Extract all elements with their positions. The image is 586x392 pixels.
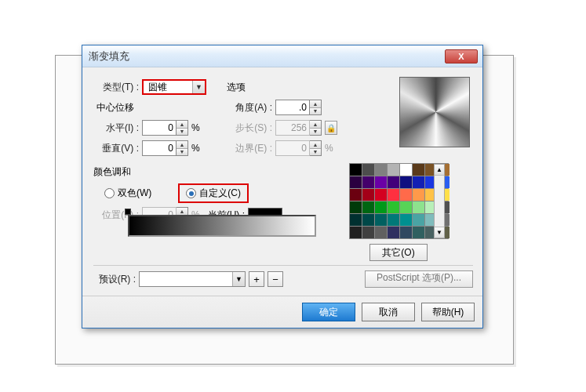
percent-label: % xyxy=(325,143,333,154)
angle-spinner[interactable]: ▲▼ xyxy=(310,100,322,115)
color-swatch[interactable] xyxy=(388,227,399,238)
color-swatch[interactable] xyxy=(362,189,374,201)
lock-icon[interactable]: 🔒 xyxy=(325,121,337,135)
horizontal-input[interactable] xyxy=(142,120,177,136)
gradient-preview-conic xyxy=(400,78,469,147)
scroll-up-icon[interactable]: ▲ xyxy=(435,165,444,176)
cancel-button[interactable]: 取消 xyxy=(362,303,415,321)
other-colors-button[interactable]: 其它(O) xyxy=(369,244,428,261)
color-swatch[interactable] xyxy=(350,189,362,201)
spinner-up-icon: ▲ xyxy=(310,141,321,149)
color-swatch[interactable] xyxy=(350,227,362,238)
type-center-block: 类型(T) : 圆锥 ▼ 中心位移 水平(I) : ▲▼ % 垂直(V) : xyxy=(93,75,227,160)
color-swatch[interactable] xyxy=(375,201,387,213)
dialog-body: 类型(T) : 圆锥 ▼ 中心位移 水平(I) : ▲▼ % 垂直(V) : xyxy=(82,67,482,296)
color-swatch[interactable] xyxy=(400,176,412,188)
spinner-down-icon: ▼ xyxy=(310,129,321,136)
window-close-button[interactable]: X xyxy=(445,49,478,64)
preset-remove-button[interactable]: − xyxy=(268,271,283,287)
color-swatch[interactable] xyxy=(388,201,399,213)
color-swatch[interactable] xyxy=(388,164,399,176)
color-swatch[interactable] xyxy=(413,189,424,201)
color-swatch[interactable] xyxy=(400,201,412,213)
spinner-up-icon: ▲ xyxy=(177,121,187,129)
color-swatch[interactable] xyxy=(362,227,374,238)
color-swatch[interactable] xyxy=(375,189,387,201)
preset-dropdown[interactable]: ▼ xyxy=(139,271,246,287)
color-swatch[interactable] xyxy=(388,214,399,226)
color-swatch[interactable] xyxy=(413,164,424,176)
step-label: 步长(S) : xyxy=(227,122,275,135)
options-block: 选项 角度(A) : ▲▼ 步长(S) : ▲▼ 🔒 边界(E) : ▲▼ xyxy=(227,75,360,160)
spinner-up-icon: ▲ xyxy=(310,100,321,108)
edge-label: 边界(E) : xyxy=(227,142,275,155)
color-swatch[interactable] xyxy=(400,227,412,238)
color-swatch[interactable] xyxy=(388,189,399,201)
swatch-scrollbar[interactable]: ▲ ▼ xyxy=(434,164,445,238)
blend-label: 颜色调和 xyxy=(93,165,131,179)
color-swatch[interactable] xyxy=(350,201,362,213)
color-swatch[interactable] xyxy=(350,176,362,188)
angle-input[interactable] xyxy=(275,100,310,115)
color-swatch[interactable] xyxy=(362,201,374,213)
top-section: 类型(T) : 圆锥 ▼ 中心位移 水平(I) : ▲▼ % 垂直(V) : xyxy=(93,75,473,154)
gradient-ramp[interactable] xyxy=(128,215,316,237)
type-value: 圆锥 xyxy=(148,81,167,94)
twocolor-radio[interactable] xyxy=(104,188,115,198)
color-swatch[interactable] xyxy=(375,176,387,188)
color-swatch[interactable] xyxy=(362,176,374,188)
custom-radio[interactable] xyxy=(186,188,196,198)
twocolor-label: 双色(W) xyxy=(118,187,151,200)
horizontal-spinner[interactable]: ▲▼ xyxy=(177,120,188,136)
postscript-options-button[interactable]: PostScript 选项(P)... xyxy=(365,270,473,288)
color-swatch[interactable] xyxy=(350,214,362,226)
color-swatch[interactable] xyxy=(413,227,424,238)
color-swatch[interactable] xyxy=(388,176,399,188)
color-swatch[interactable] xyxy=(400,214,412,226)
titlebar[interactable]: 渐变填充 X xyxy=(82,45,482,67)
step-spinner: ▲▼ xyxy=(310,120,322,136)
ok-button[interactable]: 确定 xyxy=(302,303,355,321)
preset-label: 预设(R) : xyxy=(93,273,139,286)
gradient-fill-dialog: 渐变填充 X 类型(T) : 圆锥 ▼ 中心位移 水平(I) : xyxy=(82,45,483,328)
spinner-up-icon: ▲ xyxy=(310,121,321,129)
step-input xyxy=(275,120,310,136)
horizontal-label: 水平(I) : xyxy=(93,122,142,135)
angle-label: 角度(A) : xyxy=(227,101,275,114)
spinner-down-icon: ▼ xyxy=(177,149,187,156)
help-label: 帮助(H) xyxy=(432,306,464,319)
color-swatch[interactable] xyxy=(362,164,374,176)
color-swatch[interactable] xyxy=(413,214,424,226)
type-label: 类型(T) : xyxy=(93,81,142,94)
gradient-preview xyxy=(399,77,470,147)
swatch-holder: ▲ ▼ 其它(O) xyxy=(349,163,453,261)
color-swatch[interactable] xyxy=(413,201,424,213)
help-button[interactable]: 帮助(H) xyxy=(421,303,475,321)
color-swatch[interactable] xyxy=(400,189,412,201)
color-swatch[interactable] xyxy=(400,164,412,176)
dialog-footer: 确定 取消 帮助(H) xyxy=(82,296,482,328)
vertical-input[interactable] xyxy=(142,140,177,156)
close-icon: X xyxy=(458,52,464,61)
spinner-down-icon: ▼ xyxy=(177,129,187,136)
color-swatch[interactable] xyxy=(375,164,387,176)
ok-label: 确定 xyxy=(319,306,338,319)
color-blend-section: 颜色调和 双色(W) 自定义(C) 位置(P) : ▲▼ % 当前(U) : xyxy=(93,163,473,257)
vertical-spinner[interactable]: ▲▼ xyxy=(177,140,188,156)
minus-icon: − xyxy=(272,274,278,285)
center-offset-label: 中心位移 xyxy=(93,101,134,114)
postscript-options-label: PostScript 选项(P)... xyxy=(377,272,461,283)
color-swatch[interactable] xyxy=(375,214,387,226)
color-swatch[interactable] xyxy=(350,164,362,176)
preset-add-button[interactable]: + xyxy=(249,271,264,287)
color-swatch[interactable] xyxy=(362,214,374,226)
spinner-down-icon: ▼ xyxy=(310,149,321,156)
color-swatch[interactable] xyxy=(375,227,387,238)
scroll-down-icon[interactable]: ▼ xyxy=(435,227,444,238)
plus-icon: + xyxy=(253,274,260,285)
custom-label: 自定义(C) xyxy=(199,187,241,200)
color-swatch[interactable] xyxy=(413,176,424,188)
type-dropdown[interactable]: 圆锥 ▼ xyxy=(142,79,206,95)
divider xyxy=(93,265,473,266)
gradient-stop-marker[interactable] xyxy=(125,209,131,215)
